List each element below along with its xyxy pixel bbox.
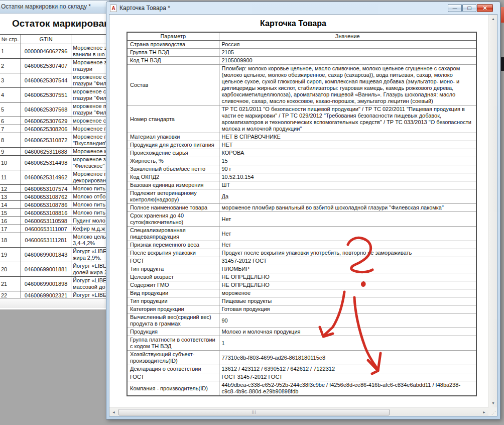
- value-cell: 15: [219, 157, 476, 165]
- stock-table-row[interactable]: 1404600653108786Молоко пить: [0, 201, 110, 209]
- scroll-left-icon[interactable]: ◄: [109, 408, 118, 416]
- screen-edge-dark-artifact: [501, 57, 504, 71]
- param-table-row[interactable]: Материал упаковкиНЕТ В СПРАВОЧНИКЕ: [127, 133, 476, 141]
- product-card-titlebar[interactable]: A Карточка Товара * — ▢ ✕: [106, 2, 500, 13]
- stock-horizontal-scrollbar[interactable]: [0, 298, 110, 307]
- stock-table-row[interactable]: 704600625308206Мороженое п: [0, 125, 110, 133]
- row-number-cell: 19: [0, 248, 21, 262]
- param-table-row[interactable]: Группа ТН ВЭД2105: [127, 49, 476, 57]
- param-table-row[interactable]: После вскрытия упаковкиПродукт после вск…: [127, 249, 476, 257]
- stock-table-row[interactable]: 1904600699001843Йогурт «LIBEжира 2,9%.: [0, 248, 110, 262]
- stock-table-row[interactable]: 604600625307629мороженое с: [0, 117, 110, 125]
- param-table-row[interactable]: Тип продуктаПЛОМБИР: [127, 265, 476, 273]
- param-table-row[interactable]: Категория продукцииГотовая продукция: [127, 305, 476, 313]
- row-number-cell: 12: [0, 185, 21, 193]
- product-name-line: Йогурт «LIBE: [73, 248, 108, 255]
- param-table-row[interactable]: Содержит ГМОНЕ ОПРЕДЕЛЕНО: [127, 281, 476, 289]
- param-cell: Вычисленный вес(средний вес) продукта в …: [127, 313, 219, 328]
- value-cell: Готовая продукция: [219, 305, 476, 313]
- product-name-cell: Кефир м.д.ж: [71, 225, 110, 233]
- vertical-scrollbar[interactable]: ▲ ▼: [488, 15, 497, 407]
- stock-table-row[interactable]: 304600625307544мороженое сглазури "Фил: [0, 73, 110, 88]
- stock-table-row[interactable]: 1804600653111281Молоко цель3,4-4,2%: [0, 233, 110, 248]
- param-cell: Происхождение сырья: [127, 149, 219, 157]
- stock-table-row[interactable]: 1004600625314498мороженое з"Филёвское": [0, 156, 110, 170]
- product-name-cell: Молоко пить: [71, 185, 110, 193]
- horizontal-scrollbar-thumb[interactable]: |||: [118, 409, 390, 415]
- param-table-row[interactable]: Вид продукциимороженое: [127, 289, 476, 297]
- stock-table-row[interactable]: 1304600653108762Молоко отбо: [0, 193, 110, 201]
- param-table-row[interactable]: Код ТН ВЭД2105009900: [127, 57, 476, 65]
- document-icon: A: [110, 5, 117, 12]
- product-name-line: Мороженое з: [73, 59, 108, 66]
- param-table-row[interactable]: СоставПломбир: молоко коровье цельное, м…: [127, 65, 476, 105]
- param-table-row[interactable]: Заявленный объём/вес нетто90 г: [127, 165, 476, 173]
- stock-table-row[interactable]: 2204600699002321Йогурт «LIBE: [0, 291, 110, 298]
- maximize-button[interactable]: ▢: [462, 4, 476, 12]
- value-header: Значение: [219, 32, 476, 41]
- product-name-line: глазури "Фил: [73, 80, 108, 87]
- product-name-cell: Молоко пить: [71, 209, 110, 217]
- value-cell: 10.52.10.154: [219, 173, 476, 181]
- param-cell: Категория продукции: [127, 305, 219, 313]
- param-table-row[interactable]: Подлежит ветеринарному контролю(надзору)…: [127, 189, 476, 204]
- value-cell: ГОСТ 31457-2012 ГОСТ: [219, 373, 476, 381]
- stock-table-row[interactable]: 504600625307568мороженое пглазури "Фил: [0, 102, 110, 117]
- stock-table-row[interactable]: 1704600653111007Кефир м.д.ж: [0, 225, 110, 233]
- param-table-row[interactable]: Жирность, %15: [127, 157, 476, 165]
- product-name-line: долей жира 2: [73, 269, 108, 276]
- value-cell: 2105009900: [219, 57, 476, 65]
- stock-table-row[interactable]: 2004600699001881Йогурт «LIBEдолей жира 2: [0, 262, 110, 277]
- gtin-cell: 04600699002321: [21, 291, 71, 298]
- close-button[interactable]: ✕: [477, 4, 493, 12]
- row-number-cell: 21: [0, 277, 21, 291]
- stock-table-row[interactable]: 204600625307407Мороженое зглазури: [0, 59, 110, 73]
- stock-window-tab[interactable]: Остатки маркировки по складу *: [0, 0, 110, 14]
- param-table-row[interactable]: Тип продукцииПищевые продукты: [127, 297, 476, 305]
- param-table-row[interactable]: Происхождение сырьяКОРОВА: [127, 149, 476, 157]
- param-table-row[interactable]: Целевой возрастНЕ ОПРЕДЕЛЕНО: [127, 273, 476, 281]
- stock-table-row[interactable]: 904600625311688Мороженое м: [0, 148, 110, 156]
- scroll-down-icon[interactable]: ▼: [489, 399, 497, 407]
- param-table-row[interactable]: Специализированная пищеваяпродукцияНет: [127, 227, 476, 241]
- row-number-cell: 3: [0, 73, 21, 88]
- product-card-window: A Карточка Товара * — ▢ ✕ Карточка Товар…: [106, 2, 500, 419]
- param-table-row[interactable]: Номер стандартаТР ТС 021/2011 "О безопас…: [127, 105, 476, 133]
- gtin-cell: 04600653107574: [21, 185, 71, 193]
- thumb-grip-icon: |||: [251, 410, 256, 413]
- param-table-row[interactable]: Полное наименование товарамороженое плом…: [127, 204, 476, 212]
- param-table-row[interactable]: ГОСТГОСТ 31457-2012 ГОСТ: [127, 373, 476, 381]
- param-table-row[interactable]: Базовая единица измеренияШТ: [127, 181, 476, 189]
- value-cell: НЕТ: [219, 141, 476, 149]
- param-table-row[interactable]: Признак переменного весаНет: [127, 241, 476, 249]
- stock-table-row[interactable]: 804600625310872Мороженое п"Вкусландия": [0, 133, 110, 148]
- param-table-row[interactable]: ГОСТ31457-2012 ГОСТ: [127, 257, 476, 265]
- scroll-right-icon[interactable]: ►: [480, 408, 488, 416]
- value-cell: 77310e8b-f803-4699-ad26-8618180115e8: [219, 351, 476, 365]
- param-table-row[interactable]: Декларация о соответствии13612 / 423112 …: [127, 365, 476, 373]
- param-table-row[interactable]: Продукция для детского питанияНЕТ: [127, 141, 476, 149]
- param-table-row[interactable]: Код ОКПД210.52.10.154: [127, 173, 476, 181]
- resize-grip-icon[interactable]: ⋰: [488, 407, 497, 416]
- minimize-button[interactable]: —: [448, 4, 462, 12]
- param-table-row[interactable]: Страна производстваРоссия: [127, 41, 476, 49]
- stock-table-row[interactable]: 1504600653108816Молоко пить: [0, 209, 110, 217]
- param-table-row[interactable]: Срок хранения до 40 суток(включительно)Н…: [127, 212, 476, 227]
- value-cell: 31457-2012 ГОСТ: [219, 257, 476, 265]
- param-table-row[interactable]: Вычисленный вес(средний вес) продукта в …: [127, 313, 476, 328]
- stock-table-row[interactable]: 1104600625314962Мороженое пдекорирован: [0, 170, 110, 185]
- stock-table-row[interactable]: 100000046062796Мороженое званили в шо: [0, 44, 110, 59]
- horizontal-scrollbar[interactable]: ◄ ||| ►: [109, 407, 488, 416]
- stock-table-row[interactable]: 1604600653110598Пудинг моло: [0, 217, 110, 225]
- param-table-row[interactable]: Группа платности в соответствии с кодом …: [127, 336, 476, 351]
- stock-table-row[interactable]: 404600625307551мороженое сглазури "Фил: [0, 88, 110, 102]
- param-table-row[interactable]: Компания - производитель(ID)44b9dbea-c33…: [127, 381, 476, 396]
- row-number-cell: 18: [0, 233, 21, 248]
- param-table-row[interactable]: Хозяйствующий субъект-производитель(ID)7…: [127, 351, 476, 365]
- stock-table-row[interactable]: 1204600653107574Молоко пить: [0, 185, 110, 193]
- param-table-row[interactable]: ПродукцияМолоко и молочная продукция: [127, 328, 476, 336]
- scroll-up-icon[interactable]: ▲: [489, 15, 497, 23]
- stock-table-row[interactable]: 2104600699001898Йогурт «LIBEмассовой до: [0, 277, 110, 291]
- gtin-cell: 04600625310872: [21, 133, 71, 148]
- stock-window: Остатки маркировки по складу * Остаток м…: [0, 0, 110, 311]
